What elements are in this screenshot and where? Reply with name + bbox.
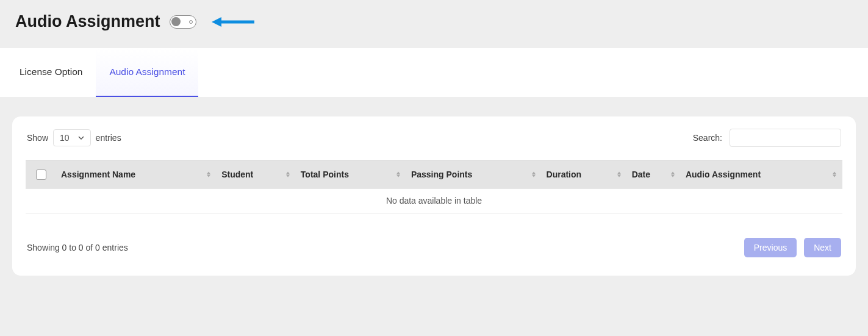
col-label: Total Points xyxy=(301,170,349,179)
tab-container: License Option Audio Assignment xyxy=(0,48,868,97)
controls-row: Show 10 entries Search: xyxy=(26,129,842,147)
footer-row: Showing 0 to 0 of 0 entries Previous Nex… xyxy=(26,238,842,257)
feature-toggle[interactable] xyxy=(170,15,196,29)
entries-select[interactable]: 10 xyxy=(53,129,91,146)
showing-info: Showing 0 to 0 of 0 entries xyxy=(27,243,128,252)
pager: Previous Next xyxy=(744,238,841,257)
col-label: Passing Points xyxy=(411,170,472,179)
tab-audio-assignment[interactable]: Audio Assignment xyxy=(96,48,198,97)
arrow-annotation-icon xyxy=(212,16,254,28)
sort-icon xyxy=(671,171,675,177)
col-student[interactable]: Student xyxy=(217,161,296,188)
show-entries-control: Show 10 entries xyxy=(27,129,121,146)
svg-marker-1 xyxy=(212,17,221,27)
chevron-down-icon xyxy=(78,136,84,140)
checkbox-icon xyxy=(36,170,46,180)
empty-message: No data available in table xyxy=(26,188,842,213)
page-title: Audio Assignment xyxy=(15,12,160,31)
toggle-knob-icon xyxy=(171,17,181,26)
col-duration[interactable]: Duration xyxy=(542,161,627,188)
entries-value: 10 xyxy=(60,133,70,143)
col-total-points[interactable]: Total Points xyxy=(296,161,406,188)
content-card: Show 10 entries Search: Assignment Name xyxy=(12,116,856,276)
col-passing-points[interactable]: Passing Points xyxy=(406,161,542,188)
col-label: Student xyxy=(221,170,253,179)
table-header-row: Assignment Name Student Total Points Pas… xyxy=(26,161,842,188)
previous-button[interactable]: Previous xyxy=(744,238,797,257)
select-all-header[interactable] xyxy=(26,161,56,188)
sort-icon xyxy=(207,171,210,177)
col-label: Duration xyxy=(547,170,582,179)
sort-icon xyxy=(833,171,836,177)
col-audio-assignment[interactable]: Audio Assignment xyxy=(681,161,842,188)
search-input[interactable] xyxy=(730,129,841,147)
sort-icon xyxy=(396,171,400,177)
col-label: Audio Assignment xyxy=(686,170,761,179)
show-label: Show xyxy=(27,133,48,143)
sort-icon xyxy=(286,171,290,177)
data-table: Assignment Name Student Total Points Pas… xyxy=(26,160,842,213)
sort-icon xyxy=(617,171,621,177)
next-button[interactable]: Next xyxy=(804,238,841,257)
sort-icon xyxy=(532,171,536,177)
col-label: Date xyxy=(632,170,650,179)
col-date[interactable]: Date xyxy=(627,161,681,188)
search-box: Search: xyxy=(693,129,841,147)
toggle-indicator-icon xyxy=(189,20,193,24)
tab-license-option[interactable]: License Option xyxy=(6,48,96,97)
header-section: Audio Assignment xyxy=(0,0,868,48)
table-empty-row: No data available in table xyxy=(26,188,842,213)
col-label: Assignment Name xyxy=(61,170,135,179)
entries-label: entries xyxy=(96,133,121,143)
col-assignment-name[interactable]: Assignment Name xyxy=(56,161,217,188)
search-label: Search: xyxy=(693,133,722,143)
